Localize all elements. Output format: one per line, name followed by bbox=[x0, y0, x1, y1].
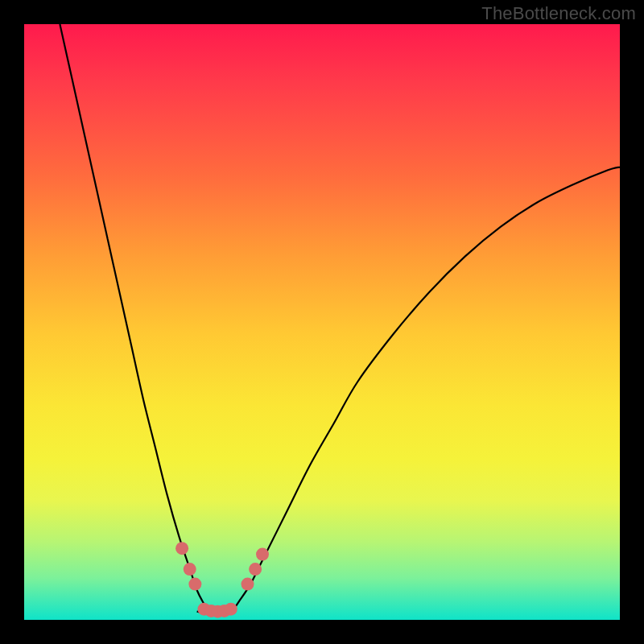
marker-dot bbox=[175, 542, 188, 555]
curve-right bbox=[233, 167, 620, 611]
marker-dot bbox=[249, 563, 262, 576]
chart-svg bbox=[24, 24, 620, 620]
marker-dot bbox=[188, 578, 201, 591]
chart-plot-area bbox=[24, 24, 620, 620]
marker-dot bbox=[184, 563, 196, 576]
watermark-text: TheBottleneck.com bbox=[481, 3, 636, 24]
marker-group bbox=[175, 542, 269, 617]
marker-dot bbox=[242, 578, 254, 591]
curve-left bbox=[60, 24, 208, 611]
chart-frame: TheBottleneck.com bbox=[0, 0, 644, 644]
marker-dot bbox=[225, 603, 237, 616]
marker-dot bbox=[256, 548, 269, 561]
